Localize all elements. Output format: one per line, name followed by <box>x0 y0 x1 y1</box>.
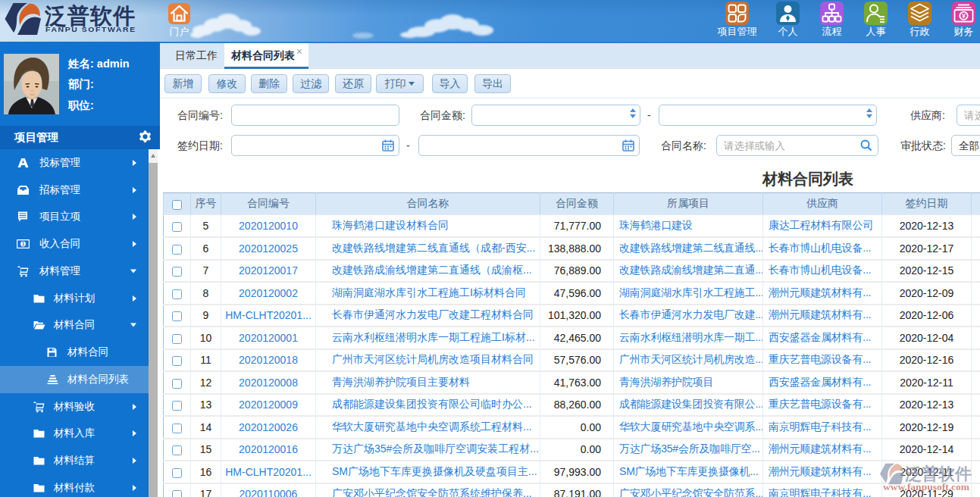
svg-text:¥: ¥ <box>962 12 966 20</box>
svg-text:1: 1 <box>22 242 25 247</box>
